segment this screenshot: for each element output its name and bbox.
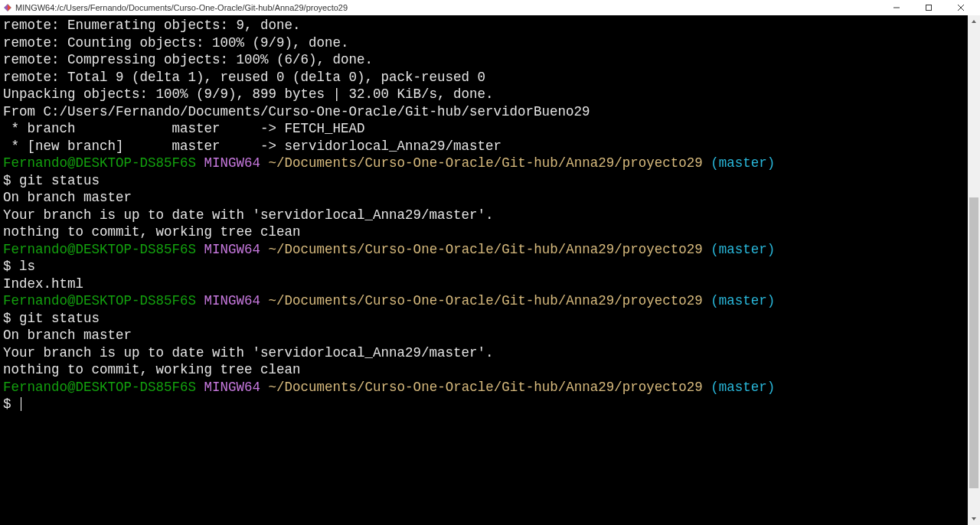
terminal-line: Unpacking objects: 100% (9/9), 899 bytes… <box>3 86 977 103</box>
terminal-text <box>703 242 711 257</box>
terminal-line: Your branch is up to date with 'servidor… <box>3 207 977 224</box>
terminal-line: remote: Counting objects: 100% (9/9), do… <box>3 34 977 52</box>
terminal-text <box>703 155 711 171</box>
terminal-text <box>260 380 269 395</box>
terminal-text: Your branch is up to date with 'servidor… <box>3 207 494 223</box>
terminal-text: $ ls <box>3 259 35 274</box>
terminal-text: ~/Documents/Curso-One-Oracle/Git-hub/Ann… <box>269 293 703 308</box>
terminal-text: * [new branch] master -> servidorlocal_A… <box>3 139 501 154</box>
terminal-text: Fernando@DESKTOP-DS85F6S <box>3 293 196 308</box>
svg-marker-2 <box>5 5 8 11</box>
terminal-text <box>196 242 204 257</box>
svg-marker-7 <box>972 20 976 23</box>
window-title: MINGW64:/c/Users/Fernando/Documents/Curs… <box>15 3 880 12</box>
terminal-text: (master) <box>710 293 775 308</box>
terminal-text: nothing to commit, working tree clean <box>3 362 301 377</box>
terminal-output[interactable]: remote: Enumerating objects: 9, done.rem… <box>0 15 980 525</box>
scroll-track[interactable] <box>968 28 980 513</box>
terminal-line: nothing to commit, working tree clean <box>3 361 977 379</box>
terminal-line: remote: Compressing objects: 100% (6/6),… <box>3 51 977 69</box>
terminal-line: $ <box>3 396 977 413</box>
terminal-text: MINGW64 <box>204 155 261 171</box>
terminal-text: remote: Counting objects: 100% (9/9), do… <box>3 35 349 51</box>
terminal-line: On branch master <box>3 327 977 344</box>
terminal-text: (master) <box>710 380 775 395</box>
window-controls <box>880 0 977 15</box>
terminal-text: $ git status <box>3 311 100 326</box>
terminal-line: $ git status <box>3 172 977 190</box>
scroll-down-arrow[interactable] <box>968 513 980 525</box>
terminal-line: Fernando@DESKTOP-DS85F6S MINGW64 ~/Docum… <box>3 155 977 172</box>
terminal-text: remote: Enumerating objects: 9, done. <box>3 18 301 33</box>
terminal-text: Fernando@DESKTOP-DS85F6S <box>3 380 196 395</box>
terminal-text: $ git status <box>3 173 100 188</box>
terminal-text: $ <box>3 396 19 412</box>
terminal-text: On branch master <box>3 190 132 205</box>
terminal-text: remote: Total 9 (delta 1), reused 0 (del… <box>3 70 485 85</box>
terminal-text: (master) <box>710 155 775 171</box>
terminal-text: Fernando@DESKTOP-DS85F6S <box>3 242 196 257</box>
svg-rect-4 <box>926 5 932 11</box>
terminal-line: Index.html <box>3 276 977 293</box>
terminal-line: From C:/Users/Fernando/Documents/Curso-O… <box>3 103 977 121</box>
scroll-thumb[interactable] <box>969 197 978 488</box>
terminal-text: (master) <box>710 242 775 257</box>
terminal-line: nothing to commit, working tree clean <box>3 223 977 241</box>
terminal-text <box>260 155 269 171</box>
terminal-line: * branch master -> FETCH_HEAD <box>3 120 977 138</box>
terminal-text: Index.html <box>3 276 83 292</box>
terminal-line: Fernando@DESKTOP-DS85F6S MINGW64 ~/Docum… <box>3 292 977 310</box>
terminal-line: remote: Total 9 (delta 1), reused 0 (del… <box>3 69 977 86</box>
terminal-text: * branch master -> FETCH_HEAD <box>3 121 365 136</box>
terminal-text: nothing to commit, working tree clean <box>3 224 301 240</box>
maximize-button[interactable] <box>913 0 945 15</box>
terminal-text: remote: Compressing objects: 100% (6/6),… <box>3 52 373 67</box>
terminal-text: On branch master <box>3 328 132 343</box>
terminal-text: ~/Documents/Curso-One-Oracle/Git-hub/Ann… <box>269 155 703 171</box>
terminal-text: From C:/Users/Fernando/Documents/Curso-O… <box>3 104 590 119</box>
terminal-text <box>196 380 204 395</box>
svg-marker-8 <box>972 517 976 520</box>
terminal-text <box>703 380 711 395</box>
terminal-text: MINGW64 <box>204 293 261 308</box>
close-button[interactable] <box>945 0 977 15</box>
terminal-text <box>196 293 204 308</box>
terminal-text: ~/Documents/Curso-One-Oracle/Git-hub/Ann… <box>269 242 703 257</box>
terminal-line: Your branch is up to date with 'servidor… <box>3 344 977 362</box>
terminal-line: remote: Enumerating objects: 9, done. <box>3 17 977 34</box>
terminal-line: Fernando@DESKTOP-DS85F6S MINGW64 ~/Docum… <box>3 241 977 259</box>
terminal-text: Unpacking objects: 100% (9/9), 899 bytes… <box>3 86 494 102</box>
svg-marker-1 <box>8 5 11 11</box>
terminal-text <box>260 293 269 308</box>
terminal-line: Fernando@DESKTOP-DS85F6S MINGW64 ~/Docum… <box>3 379 977 396</box>
terminal-text <box>260 242 269 257</box>
terminal-text <box>196 155 204 171</box>
terminal-text: ~/Documents/Curso-One-Oracle/Git-hub/Ann… <box>269 380 703 395</box>
terminal-text: Your branch is up to date with 'servidor… <box>3 345 494 360</box>
vertical-scrollbar[interactable] <box>968 15 980 525</box>
terminal-text: Fernando@DESKTOP-DS85F6S <box>3 155 196 171</box>
terminal-line: $ ls <box>3 258 977 276</box>
scroll-up-arrow[interactable] <box>968 15 980 28</box>
terminal-line: On branch master <box>3 189 977 207</box>
window-titlebar: MINGW64:/c/Users/Fernando/Documents/Curs… <box>0 0 980 15</box>
terminal-text: MINGW64 <box>204 380 261 395</box>
app-icon <box>3 3 12 12</box>
terminal-cursor <box>21 397 21 411</box>
terminal-line: $ git status <box>3 310 977 328</box>
minimize-button[interactable] <box>880 0 913 15</box>
terminal-text <box>703 293 711 308</box>
terminal-text: MINGW64 <box>204 242 261 257</box>
terminal-line: * [new branch] master -> servidorlocal_A… <box>3 138 977 155</box>
